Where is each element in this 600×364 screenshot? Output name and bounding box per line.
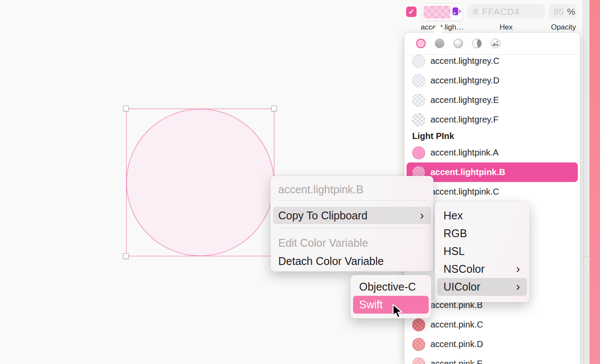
panel-edge-divider bbox=[583, 256, 589, 257]
color-swatch-icon bbox=[412, 146, 425, 159]
color-variable-label: accent.pink.D bbox=[430, 339, 483, 349]
color-variable-row[interactable]: accent.pink.E bbox=[404, 354, 580, 364]
resize-handle-bottom-left[interactable] bbox=[123, 253, 129, 259]
section-header: Light PInk bbox=[404, 129, 580, 143]
resize-handle-top-right[interactable] bbox=[271, 106, 277, 111]
color-swatch-icon bbox=[412, 74, 425, 87]
menu-item-label: RGB bbox=[443, 227, 467, 239]
fill-type-tabs bbox=[404, 33, 580, 55]
menu-item-label: Detach Color Variable bbox=[278, 255, 384, 267]
menu-item-label: NSColor bbox=[443, 263, 484, 275]
menu-item-edit-color-variable: Edit Color Variable bbox=[273, 234, 431, 251]
color-variable-label: accent.lightpink.B bbox=[430, 167, 505, 177]
mouse-cursor bbox=[392, 304, 403, 319]
image-fill-tab[interactable] bbox=[491, 39, 500, 48]
menu-item-copy-to-clipboard[interactable]: Copy To Clipboard › bbox=[273, 207, 431, 224]
chevron-right-icon: › bbox=[516, 278, 520, 296]
color-swatch-icon bbox=[412, 55, 425, 68]
app-screen: ✓ # FFACD4 85 % accent.ligh… Hex Opacity… bbox=[0, 0, 600, 364]
submenu-item-hex[interactable]: Hex bbox=[437, 207, 527, 225]
color-variable-label: accent.lightpink.A bbox=[430, 148, 499, 158]
color-swatch-icon bbox=[412, 338, 425, 351]
color-swatch-icon bbox=[412, 318, 425, 331]
radial-gradient-fill-tab[interactable] bbox=[453, 39, 463, 48]
copy-format-submenu: HexRGBHSLNSColor›UIColor› bbox=[435, 202, 530, 302]
angular-gradient-fill-tab[interactable] bbox=[472, 39, 482, 48]
chevron-right-icon: › bbox=[420, 207, 424, 224]
submenu-item-rgb[interactable]: RGB bbox=[437, 225, 527, 242]
color-variable-label: accent.lightgrey.E bbox=[430, 95, 499, 105]
hex-input[interactable]: # FFACD4 bbox=[467, 4, 545, 19]
resize-handle-top-left[interactable] bbox=[123, 106, 129, 111]
fill-color-swatch[interactable] bbox=[423, 6, 450, 19]
submenu-item-uicolor[interactable]: UIColor› bbox=[437, 278, 527, 296]
fill-color-swatch-well[interactable] bbox=[421, 3, 463, 21]
menu-item-label: Copy To Clipboard bbox=[278, 209, 367, 222]
color-variable-label: accent.lightgrey.F bbox=[430, 115, 498, 125]
menu-separator bbox=[278, 200, 426, 201]
color-variable-label: accent.lightpink.C bbox=[430, 187, 499, 197]
checkmark-icon: ✓ bbox=[408, 7, 414, 17]
opacity-unit: % bbox=[567, 7, 575, 17]
color-swatch-icon bbox=[412, 94, 425, 107]
color-variable-label: accent.pink.E bbox=[430, 359, 483, 364]
color-variable-label: accent.lightgrey.D bbox=[430, 76, 500, 86]
color-variable-row[interactable]: accent.lightgrey.F bbox=[404, 110, 580, 129]
color-variable-label: accent.lightgrey.C bbox=[430, 56, 500, 66]
hex-prefix: # bbox=[473, 7, 479, 17]
color-variable-row[interactable]: accent.pink.C bbox=[404, 315, 580, 334]
menu-item-label: UIColor bbox=[443, 281, 480, 293]
fill-enabled-checkbox[interactable]: ✓ bbox=[406, 7, 417, 17]
window-edge-color-strip bbox=[590, 0, 600, 364]
opacity-value: 85 bbox=[553, 7, 563, 17]
solid-color-fill-tab[interactable] bbox=[416, 39, 426, 48]
color-variable-icon bbox=[452, 7, 463, 18]
color-swatch-icon bbox=[412, 357, 425, 364]
color-variable-row[interactable]: accent.lightgrey.E bbox=[404, 90, 580, 110]
submenu-item-nscolor[interactable]: NSColor› bbox=[437, 260, 527, 278]
code-language-submenu: Objective-CSwift bbox=[350, 275, 431, 318]
submenu-item-swift[interactable]: Swift bbox=[353, 296, 429, 314]
submenu-item-hsl[interactable]: HSL bbox=[437, 242, 527, 260]
hex-value: FFACD4 bbox=[482, 7, 520, 17]
hex-caption: Hex bbox=[467, 23, 545, 32]
menu-item-detach-color-variable[interactable]: Detach Color Variable bbox=[273, 252, 431, 270]
color-variable-row[interactable]: accent.pink.D bbox=[404, 334, 580, 354]
linear-gradient-fill-tab[interactable] bbox=[435, 39, 444, 48]
opacity-input[interactable]: 85 % bbox=[549, 4, 577, 19]
color-variable-label: accent.pink.C bbox=[430, 320, 483, 330]
menu-item-label: HSL bbox=[443, 245, 465, 257]
opacity-caption: Opacity bbox=[543, 23, 583, 32]
submenu-item-objective-c[interactable]: Objective-C bbox=[353, 278, 429, 296]
menu-item-label: Hex bbox=[443, 209, 463, 222]
menu-item-label: Edit Color Variable bbox=[278, 237, 368, 249]
menu-separator bbox=[278, 228, 426, 228]
panel-edge-strip bbox=[583, 0, 590, 364]
context-menu-title: accent.lightpink.B bbox=[278, 181, 363, 198]
color-swatch-icon bbox=[412, 113, 425, 126]
chevron-right-icon: › bbox=[516, 260, 520, 278]
context-menu: accent.lightpink.B Copy To Clipboard › E… bbox=[270, 176, 433, 271]
color-variable-row[interactable]: accent.lightgrey.D bbox=[404, 71, 580, 90]
selection-bounding-box bbox=[126, 109, 274, 256]
color-variable-row[interactable]: accent.lightpink.A bbox=[404, 143, 580, 162]
image-glyph-part bbox=[497, 41, 498, 43]
